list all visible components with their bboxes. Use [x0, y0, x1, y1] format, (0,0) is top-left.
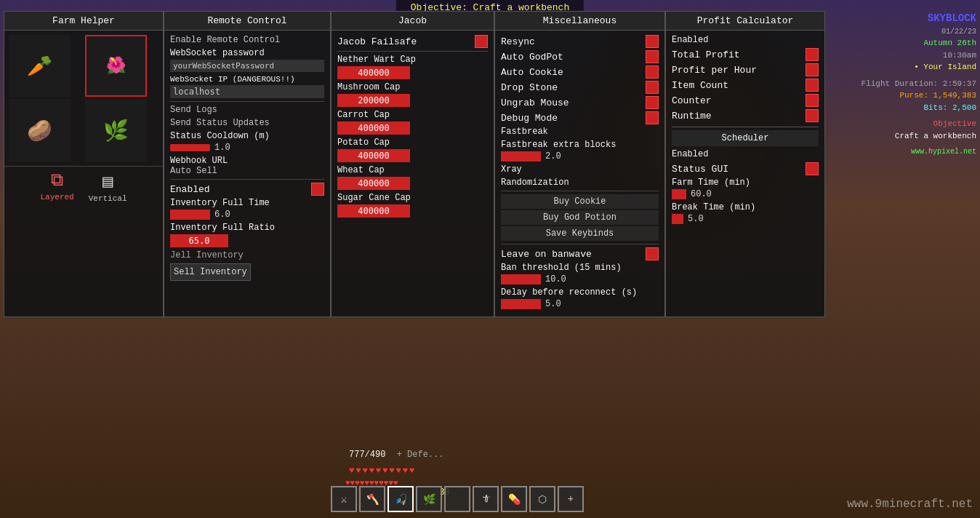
- skyblock-stats: Flight Duration: 2:59:37 Purse: 1,549,38…: [861, 78, 976, 114]
- sell-inventory-button[interactable]: Sell Inventory: [170, 263, 251, 281]
- buy-god-potion-button[interactable]: Buy God Potion: [501, 210, 659, 225]
- status-gui-toggle[interactable]: [806, 162, 819, 175]
- inventory-full-ratio-row: Inventory Full Ratio 65.0: [170, 223, 324, 247]
- heart-5: ♥: [376, 466, 381, 476]
- hotbar-slot-7[interactable]: 💊: [501, 486, 527, 512]
- websocket-password-row: WebSocket password: [170, 48, 324, 72]
- hotbar-slot-8[interactable]: ⬡: [529, 486, 555, 512]
- farm-cell-carrot[interactable]: 🥕: [9, 35, 71, 97]
- farm-icon-layered[interactable]: ⧉ Layered: [40, 171, 73, 203]
- fastbreak-extra-slider[interactable]: [501, 151, 541, 162]
- wheat-cap-label: Wheat Cap: [337, 165, 488, 175]
- inv-full-time-slider[interactable]: [170, 210, 210, 220]
- hotbar-slot-1[interactable]: ⚔: [331, 486, 357, 512]
- delay-reconnect-slider[interactable]: [501, 299, 541, 309]
- inventory-full-time-row: Inventory Full Time 6.0: [170, 198, 324, 220]
- websocket-ip-row: WebSocket IP (DANGEROUS!!): [170, 75, 324, 98]
- farm-cell-potato[interactable]: 🥔: [9, 100, 71, 162]
- send-status-row[interactable]: Send Status Updates: [170, 118, 324, 128]
- ungrab-mouse-toggle[interactable]: [646, 96, 659, 109]
- resync-toggle[interactable]: [646, 35, 659, 48]
- farm-cell-berry[interactable]: 🌺: [85, 35, 147, 97]
- jell-inventory-label: Jell Inventory: [170, 250, 244, 260]
- fastbreak-extra-value: 2.0: [545, 151, 561, 162]
- profit-per-hour-toggle[interactable]: [806, 63, 819, 76]
- sugar-cane-cap-row: Sugar Cane Cap 400000: [337, 193, 488, 218]
- ban-threshold-slider[interactable]: [501, 274, 541, 284]
- hotbar-slot-2[interactable]: 🪓: [359, 486, 385, 512]
- divider-1: [170, 101, 324, 102]
- inv-full-ratio-value[interactable]: 65.0: [170, 234, 228, 247]
- farm-time-slider[interactable]: [672, 189, 686, 199]
- hearts-row: ♥ ♥ ♥ ♥ ♥ ♥ ♥ ♥ ♥ ♥: [349, 466, 414, 476]
- potato-cap-value[interactable]: 400000: [337, 149, 410, 162]
- send-status-label: Send Status Updates: [170, 118, 270, 128]
- total-profit-label: Total Profit: [672, 49, 740, 60]
- enable-remote-row[interactable]: Enable Remote Control: [170, 35, 324, 45]
- heart-6: ♥: [382, 466, 387, 476]
- delay-reconnect-label: Delay before reconnect (s): [501, 287, 659, 298]
- drop-stone-toggle[interactable]: [646, 81, 659, 94]
- skyblock-link-container: www.hypixel.net: [861, 146, 976, 157]
- websocket-ip-input[interactable]: [170, 85, 324, 98]
- jell-inventory-row: Jell Inventory: [170, 250, 324, 260]
- delay-reconnect-value: 5.0: [545, 299, 561, 309]
- wheat-cap-value[interactable]: 400000: [337, 177, 410, 190]
- nether-wart-cap-value[interactable]: 400000: [337, 66, 410, 79]
- debug-mode-toggle[interactable]: [646, 111, 659, 124]
- enabled-label: Enabled: [170, 184, 210, 195]
- skyblock-island: • Your Island: [861, 61, 976, 73]
- randomization-row[interactable]: Randomization: [501, 178, 659, 188]
- auto-cookie-label: Auto Cookie: [501, 67, 563, 78]
- profit-per-hour-row: Profit per Hour: [672, 63, 819, 76]
- auto-cookie-toggle[interactable]: [646, 65, 659, 79]
- remote-control-title: Remote Control: [164, 12, 330, 31]
- counter-label: Counter: [672, 95, 712, 106]
- xray-label: Xray: [501, 164, 522, 175]
- auto-godpot-label: Auto GodPot: [501, 52, 563, 63]
- flight-duration: Flight Duration: 2:59:37: [861, 78, 976, 90]
- heart-9: ♥: [403, 466, 408, 476]
- scheduler-enabled-row: Enabled: [672, 149, 819, 159]
- send-logs-row[interactable]: Send Logs: [170, 105, 324, 115]
- fastbreak-row[interactable]: Fastbreak: [501, 127, 659, 137]
- hotbar-slot-4[interactable]: 🌿: [416, 486, 442, 512]
- status-cooldown-value: 1.0: [214, 143, 230, 153]
- farm-cell-sugarcane[interactable]: 🌿: [85, 100, 147, 162]
- hotbar-slot-3[interactable]: 🎣: [387, 486, 414, 512]
- farm-icon-vertical[interactable]: ▤ Vertical: [89, 171, 127, 203]
- hotbar-slot-5[interactable]: [444, 486, 470, 512]
- mushroom-cap-value[interactable]: 200000: [337, 94, 410, 107]
- farm-helper-panel: Farm Helper 🥕 🌺 🥔 🌿 ⧉ Layered ▤ Vertical: [4, 11, 164, 317]
- jacob-failsafe-toggle[interactable]: [475, 35, 488, 48]
- runtime-toggle[interactable]: [806, 109, 819, 122]
- item-count-toggle[interactable]: [806, 79, 819, 92]
- hotbar-slot-6[interactable]: 🗡: [473, 486, 499, 512]
- xray-row[interactable]: Xray: [501, 164, 659, 175]
- sugar-cane-cap-value[interactable]: 400000: [337, 204, 410, 218]
- resync-label: Resync: [501, 36, 535, 47]
- player-stats: 777/490 + Defe...: [349, 450, 443, 460]
- buy-cookie-button[interactable]: Buy Cookie: [501, 194, 659, 209]
- farm-time-row: Farm Time (min) 60.0: [672, 178, 819, 199]
- break-time-slider[interactable]: [672, 214, 683, 224]
- auto-godpot-toggle[interactable]: [646, 50, 659, 63]
- total-profit-row: Total Profit: [672, 48, 819, 61]
- panels-container: Farm Helper 🥕 🌺 🥔 🌿 ⧉ Layered ▤ Vertical…: [4, 11, 825, 317]
- websocket-ip-label: WebSocket IP (DANGEROUS!!): [170, 75, 324, 84]
- status-cooldown-slider[interactable]: [170, 144, 210, 151]
- websocket-password-input[interactable]: [170, 60, 324, 72]
- save-keybinds-button[interactable]: Save Keybinds: [501, 226, 659, 241]
- carrot-cap-value[interactable]: 400000: [337, 121, 410, 135]
- total-profit-toggle[interactable]: [806, 48, 819, 61]
- leave-banwave-toggle[interactable]: [646, 247, 659, 260]
- hotbar-slot-9[interactable]: +: [558, 486, 584, 512]
- counter-toggle[interactable]: [806, 94, 819, 107]
- enabled-toggle[interactable]: [311, 183, 324, 196]
- status-gui-row: Status GUI: [672, 162, 819, 175]
- remote-control-panel: Remote Control Enable Remote Control Web…: [164, 11, 331, 317]
- hotbar: ⚔ 🪓 🎣 🌿 🗡 💊 ⬡ +: [331, 486, 584, 512]
- farm-time-label: Farm Time (min): [672, 178, 819, 188]
- randomization-label: Randomization: [501, 178, 569, 188]
- send-logs-label: Send Logs: [170, 105, 217, 115]
